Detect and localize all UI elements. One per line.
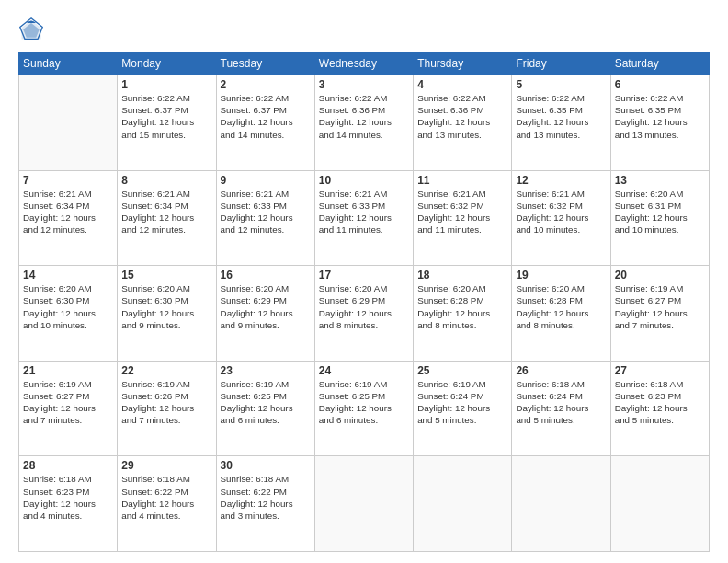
logo xyxy=(18,17,48,42)
logo-icon xyxy=(18,17,44,42)
calendar-cell: 11Sunrise: 6:21 AMSunset: 6:32 PMDayligh… xyxy=(414,170,512,266)
day-info: Sunrise: 6:18 AMSunset: 6:24 PMDaylight:… xyxy=(516,378,606,427)
day-number: 11 xyxy=(417,174,507,187)
day-number: 22 xyxy=(121,364,211,377)
calendar-cell: 20Sunrise: 6:19 AMSunset: 6:27 PMDayligh… xyxy=(610,266,709,362)
day-info: Sunrise: 6:19 AMSunset: 6:25 PMDaylight:… xyxy=(221,378,311,427)
day-number: 29 xyxy=(121,459,211,472)
week-row-2: 7Sunrise: 6:21 AMSunset: 6:34 PMDaylight… xyxy=(19,170,710,266)
calendar-cell: 17Sunrise: 6:20 AMSunset: 6:29 PMDayligh… xyxy=(314,266,413,362)
day-number: 16 xyxy=(221,269,311,282)
day-number: 4 xyxy=(417,78,507,91)
day-number: 6 xyxy=(615,78,705,91)
day-info: Sunrise: 6:21 AMSunset: 6:32 PMDaylight:… xyxy=(516,188,606,236)
day-number: 27 xyxy=(615,364,705,377)
day-info: Sunrise: 6:20 AMSunset: 6:30 PMDaylight:… xyxy=(23,282,113,331)
day-info: Sunrise: 6:22 AMSunset: 6:37 PMDaylight:… xyxy=(121,92,211,141)
day-number: 7 xyxy=(23,174,113,187)
calendar-cell: 25Sunrise: 6:19 AMSunset: 6:24 PMDayligh… xyxy=(414,361,512,456)
col-tuesday: Tuesday xyxy=(216,52,314,75)
calendar-cell: 4Sunrise: 6:22 AMSunset: 6:36 PMDaylight… xyxy=(414,75,512,171)
col-monday: Monday xyxy=(118,52,216,75)
day-info: Sunrise: 6:18 AMSunset: 6:22 PMDaylight:… xyxy=(121,473,211,522)
header xyxy=(18,17,710,42)
day-info: Sunrise: 6:20 AMSunset: 6:29 PMDaylight:… xyxy=(319,282,409,331)
calendar-cell xyxy=(314,456,413,552)
calendar-cell: 12Sunrise: 6:21 AMSunset: 6:32 PMDayligh… xyxy=(512,170,610,266)
calendar-cell: 14Sunrise: 6:20 AMSunset: 6:30 PMDayligh… xyxy=(19,266,118,362)
day-number: 9 xyxy=(221,174,311,187)
day-info: Sunrise: 6:22 AMSunset: 6:36 PMDaylight:… xyxy=(417,92,507,141)
col-thursday: Thursday xyxy=(414,52,512,75)
calendar-cell: 16Sunrise: 6:20 AMSunset: 6:29 PMDayligh… xyxy=(216,266,314,362)
day-number: 26 xyxy=(516,364,606,377)
day-number: 2 xyxy=(221,78,311,91)
day-info: Sunrise: 6:21 AMSunset: 6:32 PMDaylight:… xyxy=(417,188,507,236)
day-info: Sunrise: 6:19 AMSunset: 6:27 PMDaylight:… xyxy=(615,282,705,331)
day-number: 18 xyxy=(417,269,507,282)
calendar-cell: 24Sunrise: 6:19 AMSunset: 6:25 PMDayligh… xyxy=(314,361,413,456)
day-number: 3 xyxy=(319,78,409,91)
day-number: 21 xyxy=(23,364,113,377)
col-friday: Friday xyxy=(512,52,610,75)
day-number: 19 xyxy=(516,269,606,282)
day-number: 1 xyxy=(121,78,211,91)
day-number: 30 xyxy=(221,459,311,472)
calendar-cell: 15Sunrise: 6:20 AMSunset: 6:30 PMDayligh… xyxy=(118,266,216,362)
calendar-cell xyxy=(610,456,709,552)
calendar-cell: 30Sunrise: 6:18 AMSunset: 6:22 PMDayligh… xyxy=(216,456,314,552)
calendar-cell: 6Sunrise: 6:22 AMSunset: 6:35 PMDaylight… xyxy=(610,75,709,171)
calendar-cell: 13Sunrise: 6:20 AMSunset: 6:31 PMDayligh… xyxy=(610,170,709,266)
day-number: 8 xyxy=(121,174,211,187)
calendar-cell xyxy=(512,456,610,552)
calendar-cell: 9Sunrise: 6:21 AMSunset: 6:33 PMDaylight… xyxy=(216,170,314,266)
col-saturday: Saturday xyxy=(610,52,709,75)
day-info: Sunrise: 6:21 AMSunset: 6:33 PMDaylight:… xyxy=(221,188,311,236)
day-number: 25 xyxy=(417,364,507,377)
day-info: Sunrise: 6:21 AMSunset: 6:33 PMDaylight:… xyxy=(319,188,409,236)
day-info: Sunrise: 6:20 AMSunset: 6:30 PMDaylight:… xyxy=(121,282,211,331)
calendar-cell xyxy=(19,75,118,171)
calendar-cell: 2Sunrise: 6:22 AMSunset: 6:37 PMDaylight… xyxy=(216,75,314,171)
day-info: Sunrise: 6:21 AMSunset: 6:34 PMDaylight:… xyxy=(23,188,113,236)
col-sunday: Sunday xyxy=(19,52,118,75)
calendar-cell: 5Sunrise: 6:22 AMSunset: 6:35 PMDaylight… xyxy=(512,75,610,171)
calendar-cell: 23Sunrise: 6:19 AMSunset: 6:25 PMDayligh… xyxy=(216,361,314,456)
day-number: 24 xyxy=(319,364,409,377)
day-info: Sunrise: 6:18 AMSunset: 6:23 PMDaylight:… xyxy=(23,473,113,522)
day-info: Sunrise: 6:21 AMSunset: 6:34 PMDaylight:… xyxy=(121,188,211,236)
calendar-cell: 28Sunrise: 6:18 AMSunset: 6:23 PMDayligh… xyxy=(19,456,118,552)
calendar-cell: 1Sunrise: 6:22 AMSunset: 6:37 PMDaylight… xyxy=(118,75,216,171)
calendar-cell: 27Sunrise: 6:18 AMSunset: 6:23 PMDayligh… xyxy=(610,361,709,456)
day-number: 15 xyxy=(121,269,211,282)
week-row-4: 21Sunrise: 6:19 AMSunset: 6:27 PMDayligh… xyxy=(19,361,710,456)
calendar-cell: 22Sunrise: 6:19 AMSunset: 6:26 PMDayligh… xyxy=(118,361,216,456)
calendar-cell: 26Sunrise: 6:18 AMSunset: 6:24 PMDayligh… xyxy=(512,361,610,456)
day-info: Sunrise: 6:18 AMSunset: 6:22 PMDaylight:… xyxy=(221,473,311,522)
calendar-cell: 8Sunrise: 6:21 AMSunset: 6:34 PMDaylight… xyxy=(118,170,216,266)
day-number: 12 xyxy=(516,174,606,187)
week-row-3: 14Sunrise: 6:20 AMSunset: 6:30 PMDayligh… xyxy=(19,266,710,362)
day-info: Sunrise: 6:19 AMSunset: 6:26 PMDaylight:… xyxy=(121,378,211,427)
calendar-cell: 18Sunrise: 6:20 AMSunset: 6:28 PMDayligh… xyxy=(414,266,512,362)
calendar-cell: 7Sunrise: 6:21 AMSunset: 6:34 PMDaylight… xyxy=(19,170,118,266)
day-info: Sunrise: 6:19 AMSunset: 6:24 PMDaylight:… xyxy=(417,378,507,427)
day-info: Sunrise: 6:22 AMSunset: 6:37 PMDaylight:… xyxy=(221,92,311,141)
day-info: Sunrise: 6:20 AMSunset: 6:28 PMDaylight:… xyxy=(516,282,606,331)
day-number: 10 xyxy=(319,174,409,187)
day-info: Sunrise: 6:22 AMSunset: 6:35 PMDaylight:… xyxy=(516,92,606,141)
day-number: 13 xyxy=(615,174,705,187)
calendar-header-row: Sunday Monday Tuesday Wednesday Thursday… xyxy=(19,52,710,75)
day-number: 20 xyxy=(615,269,705,282)
day-info: Sunrise: 6:19 AMSunset: 6:27 PMDaylight:… xyxy=(23,378,113,427)
day-number: 14 xyxy=(23,269,113,282)
day-info: Sunrise: 6:20 AMSunset: 6:29 PMDaylight:… xyxy=(221,282,311,331)
calendar-cell: 3Sunrise: 6:22 AMSunset: 6:36 PMDaylight… xyxy=(314,75,413,171)
week-row-5: 28Sunrise: 6:18 AMSunset: 6:23 PMDayligh… xyxy=(19,456,710,552)
day-info: Sunrise: 6:18 AMSunset: 6:23 PMDaylight:… xyxy=(615,378,705,427)
calendar-table: Sunday Monday Tuesday Wednesday Thursday… xyxy=(18,52,710,552)
day-info: Sunrise: 6:22 AMSunset: 6:35 PMDaylight:… xyxy=(615,92,705,141)
col-wednesday: Wednesday xyxy=(314,52,413,75)
page: Sunday Monday Tuesday Wednesday Thursday… xyxy=(0,0,728,563)
day-number: 5 xyxy=(516,78,606,91)
